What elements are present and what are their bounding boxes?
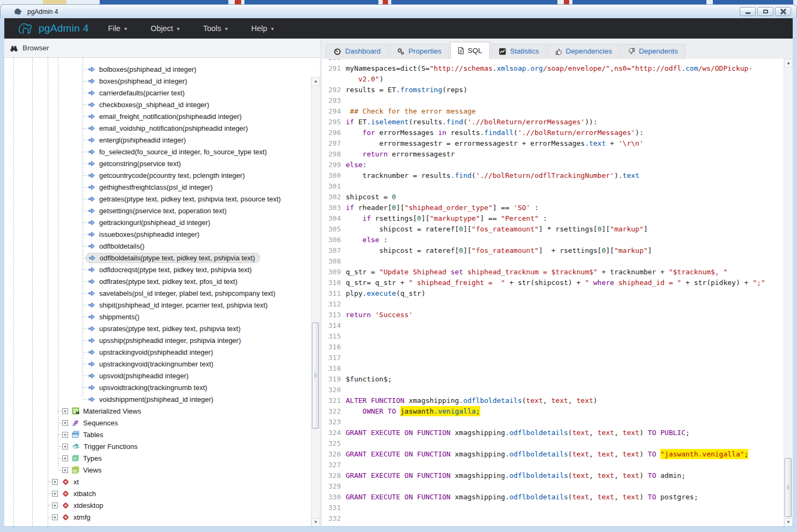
sequences-icon bbox=[72, 419, 79, 426]
tree-item-trigger-functions[interactable]: +Trigger Functions bbox=[4, 440, 320, 452]
chevron-down-icon: ▾ bbox=[271, 26, 274, 32]
menu-tools[interactable]: Tools▾ bbox=[203, 24, 228, 33]
line-number: 304 bbox=[322, 213, 341, 224]
tree-item-fo-selected[interactable]: fo_selected(fo_source_id integer, fo_sou… bbox=[4, 146, 320, 158]
line-number: 318 bbox=[322, 363, 341, 374]
expand-plus-icon[interactable]: + bbox=[62, 444, 68, 449]
scroll-up-arrow[interactable]: ▲ bbox=[784, 59, 793, 68]
tab-sql[interactable]: SQL bbox=[450, 42, 490, 59]
expand-plus-icon[interactable]: + bbox=[62, 420, 68, 426]
close-icon bbox=[780, 9, 786, 14]
line-number: 320 bbox=[322, 385, 341, 395]
tree-item-odflboldetails[interactable]: odflboldetails() bbox=[4, 240, 320, 252]
statistics-icon bbox=[498, 48, 506, 55]
scroll-down-arrow[interactable]: ▼ bbox=[784, 518, 793, 527]
tree-item-tables[interactable]: +Tables bbox=[4, 429, 320, 440]
detail-panel: DashboardPropertiesSQLStatisticsDependen… bbox=[322, 39, 793, 527]
expand-plus-icon[interactable]: + bbox=[62, 455, 68, 461]
close-button[interactable] bbox=[775, 7, 791, 16]
tab-properties[interactable]: Properties bbox=[389, 44, 449, 59]
tab-dependencies[interactable]: Dependencies bbox=[548, 44, 620, 59]
tree-item-getrates[interactable]: getrates(ptype text, pidkey text, pshipv… bbox=[4, 193, 320, 205]
tree-scrollbar-thumb[interactable] bbox=[312, 323, 319, 429]
code-line-306: 306 else : bbox=[322, 235, 784, 245]
tree-item-label: upsvoidtracking(trackingnumb text) bbox=[99, 384, 207, 392]
tree-item-xtmfg[interactable]: +xtmfg bbox=[4, 511, 320, 523]
tree-item-materialized-views[interactable]: +MMaterialized Views bbox=[4, 405, 320, 417]
expand-plus-icon[interactable]: + bbox=[52, 491, 58, 497]
tree-item-views[interactable]: +Views bbox=[4, 464, 320, 476]
tree-item-label: getcountrycode(pcountry text, pclength i… bbox=[99, 171, 245, 179]
tab-statistics[interactable]: Statistics bbox=[491, 44, 547, 59]
code-line-331: 331 bbox=[322, 503, 784, 513]
tree-item-getcountrycode[interactable]: getcountrycode(pcountry text, pclength i… bbox=[4, 169, 320, 181]
tree-item-getsettings[interactable]: getsettings(pservice text, poperation te… bbox=[4, 205, 320, 216]
tab-dashboard[interactable]: Dashboard bbox=[326, 44, 388, 59]
tree-item-label: Materialized Views bbox=[83, 407, 141, 415]
tree-item-label: carrierdefaults(pcarrier text) bbox=[99, 89, 185, 97]
tree-item-xtdesktop[interactable]: +xtdesktop bbox=[4, 499, 320, 511]
expand-plus-icon[interactable]: + bbox=[52, 503, 58, 508]
tree-item-label: boxes(pshiphead_id integer) bbox=[99, 77, 187, 85]
tree-item-xt[interactable]: +xt bbox=[4, 476, 320, 488]
tree-item-entergl[interactable]: entergl(pshipheadid integer) bbox=[4, 134, 320, 146]
tree-item-label: checkboxes(p_shiphead_id integer) bbox=[99, 101, 209, 109]
tree-item-odflboldetails[interactable]: odflboldetails(ptype text, pidkey text, … bbox=[4, 252, 320, 264]
sql-scrollbar-thumb[interactable] bbox=[785, 458, 792, 517]
menu-file[interactable]: File▾ bbox=[108, 24, 127, 33]
tree-item-sequences[interactable]: +Sequences bbox=[4, 417, 320, 429]
expand-plus-icon[interactable]: + bbox=[62, 467, 68, 473]
tree-item-odflrates[interactable]: odflrates(ptype text, pidkey text, pfos_… bbox=[4, 275, 320, 287]
tree-item-label: getconstring(pservice text) bbox=[99, 160, 181, 168]
tree-item-shippments[interactable]: shippments() bbox=[4, 311, 320, 323]
tree-item-boxes[interactable]: boxes(pshiphead_id integer) bbox=[4, 75, 320, 87]
tree-item-voidshippment[interactable]: voidshippment(pshiphead_id integer) bbox=[4, 393, 320, 405]
tree-item-label: Types bbox=[83, 454, 102, 462]
tree-item-odfldocreqst[interactable]: odfldocreqst(ptype text, pidkey text, ps… bbox=[4, 264, 320, 275]
sql-code-view[interactable]: 290291myNamespaces=dict(S="http://schema… bbox=[322, 59, 784, 527]
tree-item-checkboxes[interactable]: checkboxes(p_shiphead_id integer) bbox=[4, 99, 320, 110]
expand-plus-icon[interactable]: + bbox=[62, 432, 68, 438]
code-line-311: 311plpy.execute(q_str) bbox=[322, 288, 784, 299]
tree-item-savelabels[interactable]: savelabels(psl_id integer, plabel text, … bbox=[4, 287, 320, 299]
tree-item-gettrackingurl[interactable]: gettrackingurl(pshiphead_id integer) bbox=[4, 216, 320, 228]
tree-item-types[interactable]: +Types bbox=[4, 452, 320, 464]
tree-item-upsvoidtracking[interactable]: upsvoidtracking(trackingnumb text) bbox=[4, 381, 320, 393]
tree-item-upstrackingvoid[interactable]: upstrackingvoid(trackingnumber text) bbox=[4, 358, 320, 370]
tree-item-carrierdefaults[interactable]: carrierdefaults(pcarrier text) bbox=[4, 87, 320, 99]
tree-scrollbar[interactable]: ▲ ▼ bbox=[311, 77, 320, 527]
tab-dependents[interactable]: Dependents bbox=[621, 44, 686, 59]
tree-item-email-voidship-notification[interactable]: email_voidship_notification(pshipheadid … bbox=[4, 122, 320, 134]
tree-item-upsship[interactable]: upsship(pshipheadid integer, pshipvia in… bbox=[4, 334, 320, 346]
function-icon bbox=[88, 361, 95, 368]
scroll-up-arrow[interactable]: ▲ bbox=[311, 77, 320, 86]
tree-item-upsrates[interactable]: upsrates(ptype text, pidkey text, pshipv… bbox=[4, 323, 320, 334]
expand-plus-icon[interactable]: + bbox=[52, 479, 58, 485]
object-tree[interactable]: bolboxes(pshiphead_id integer)boxes(pshi… bbox=[4, 58, 320, 527]
tree-item-email-freight-notification[interactable]: email_freight_notification(pshipheadid i… bbox=[4, 110, 320, 122]
tree-item-upstrackingvoid[interactable]: upstrackingvoid(pshipheadid integer) bbox=[4, 346, 320, 358]
tree-item-gethighestfreightclass[interactable]: gethighestfreightclass(psl_id integer) bbox=[4, 181, 320, 193]
tree-item-upsvoid[interactable]: upsvoid(pshipheadid integer) bbox=[4, 370, 320, 381]
tree-item-label: odflboldetails() bbox=[99, 242, 145, 250]
function-icon bbox=[88, 172, 95, 179]
sql-scrollbar[interactable]: ▲ ▼ bbox=[784, 59, 793, 527]
tree-item-issueboxes[interactable]: issueboxes(pshipheadid integer) bbox=[4, 228, 320, 240]
function-icon bbox=[88, 313, 95, 320]
tree-item-shipit[interactable]: shipit(pshiphead_id integer, pcarrier te… bbox=[4, 299, 320, 311]
function-icon bbox=[88, 184, 95, 191]
menu-object[interactable]: Object▾ bbox=[151, 24, 180, 33]
tree-item-getconstring[interactable]: getconstring(pservice text) bbox=[4, 158, 320, 169]
expand-plus-icon[interactable]: + bbox=[52, 514, 58, 520]
maximize-button[interactable] bbox=[757, 7, 773, 16]
code-line-330: 330GRANT EXECUTE ON FUNCTION xmagshippin… bbox=[322, 492, 784, 503]
tree-item-bolboxes[interactable]: bolboxes(pshiphead_id integer) bbox=[4, 63, 320, 75]
minimize-button[interactable] bbox=[740, 7, 756, 16]
tree-item-label: odflrates(ptype text, pidkey text, pfos_… bbox=[99, 278, 237, 286]
scroll-down-arrow[interactable]: ▼ bbox=[311, 518, 320, 527]
menu-help[interactable]: Help▾ bbox=[251, 24, 274, 33]
code-line-303: 303if rheader[0]["shiphead_order_type"] … bbox=[322, 203, 784, 213]
tree-item-label: xtbatch bbox=[73, 490, 96, 498]
tree-item-xtbatch[interactable]: +xtbatch bbox=[4, 488, 320, 499]
expand-plus-icon[interactable]: + bbox=[62, 408, 68, 414]
